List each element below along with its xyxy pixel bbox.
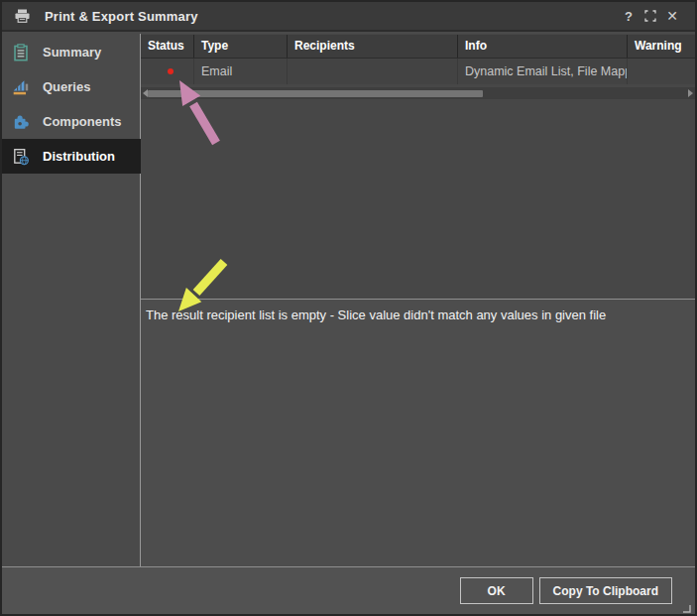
- distribution-document-globe-icon: [12, 148, 30, 166]
- column-header-recipients[interactable]: Recipients: [288, 35, 458, 58]
- queries-chart-icon: [12, 78, 30, 96]
- resize-grip-icon[interactable]: [681, 600, 692, 611]
- warning-cell: [628, 59, 695, 84]
- status-cell: [141, 59, 194, 84]
- sidebar-item-queries[interactable]: Queries: [2, 69, 140, 104]
- horizontal-scrollbar[interactable]: [141, 87, 695, 99]
- close-button[interactable]: ✕: [661, 5, 683, 27]
- footer-bar: OK Copy To Clipboard: [2, 566, 695, 614]
- sidebar-item-components[interactable]: Components: [2, 104, 140, 139]
- scroll-right-icon[interactable]: [688, 89, 693, 97]
- error-status-dot-icon: [168, 68, 174, 74]
- scrollbar-thumb[interactable]: [148, 90, 483, 97]
- type-cell: Email: [194, 59, 288, 84]
- column-header-info[interactable]: Info: [458, 35, 628, 58]
- sidebar-item-label: Components: [43, 114, 121, 129]
- recipients-cell: [288, 59, 458, 84]
- column-header-status[interactable]: Status: [141, 35, 194, 58]
- table-header: Status Type Recipients Info Warning: [141, 35, 695, 59]
- ok-button[interactable]: OK: [460, 577, 533, 604]
- sidebar-item-distribution[interactable]: Distribution: [2, 139, 141, 174]
- sidebar-item-summary[interactable]: Summary: [2, 35, 140, 69]
- error-message-text: The result recipient list is empty - Sli…: [146, 307, 690, 323]
- summary-clipboard-icon: [12, 44, 30, 62]
- column-header-warning[interactable]: Warning: [628, 35, 695, 58]
- detail-message-panel: The result recipient list is empty - Sli…: [141, 299, 695, 566]
- maximize-icon[interactable]: [639, 5, 661, 27]
- info-cell: Dynamic Email List, File Mappin: [458, 59, 628, 84]
- column-header-type[interactable]: Type: [194, 35, 288, 58]
- dialog-title: Print & Export Summary: [45, 9, 198, 24]
- dialog-body: Summary Queries: [2, 34, 695, 566]
- copy-to-clipboard-button[interactable]: Copy To Clipboard: [539, 577, 672, 604]
- help-button[interactable]: ?: [618, 5, 639, 27]
- components-puzzle-icon: [12, 113, 30, 131]
- distribution-panel: Status Type Recipients Info Warning Emai…: [141, 34, 695, 566]
- titlebar: Print & Export Summary ? ✕: [2, 2, 695, 32]
- printer-icon: [14, 8, 31, 24]
- sidebar-item-label: Distribution: [43, 149, 115, 164]
- sidebar-item-label: Summary: [43, 45, 101, 60]
- sidebar-item-label: Queries: [43, 79, 90, 94]
- print-export-summary-dialog: Print & Export Summary ? ✕: [0, 0, 697, 616]
- table-row[interactable]: Email Dynamic Email List, File Mappin: [141, 59, 695, 84]
- sidebar: Summary Queries: [2, 34, 141, 566]
